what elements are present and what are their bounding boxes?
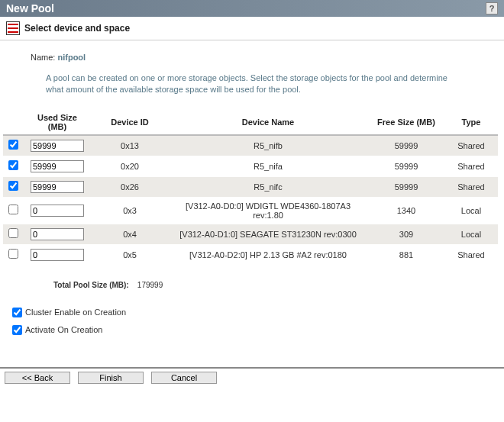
step-description: A pool can be created on one or more sto… bbox=[46, 72, 458, 96]
col-device-name: Device Name bbox=[168, 110, 368, 135]
row-select-checkbox[interactable] bbox=[8, 205, 18, 214]
activate-label[interactable]: Activate On Creation bbox=[25, 325, 103, 334]
device-name-cell: [V312-A0-D1:0] SEAGATE ST31230N rev:0300 bbox=[168, 224, 368, 244]
cluster-enable-label[interactable]: Cluster Enable on Creation bbox=[25, 308, 126, 317]
used-size-input[interactable] bbox=[31, 140, 84, 152]
free-size-cell: 1340 bbox=[368, 197, 444, 224]
table-row: 0x4[V312-A0-D1:0] SEAGATE ST31230N rev:0… bbox=[3, 224, 498, 244]
dialog-title: New Pool bbox=[6, 2, 54, 14]
free-size-cell: 59999 bbox=[368, 176, 444, 197]
device-name-cell: [V312-A0-D2:0] HP 2.13 GB #A2 rev:0180 bbox=[168, 244, 368, 265]
free-size-cell: 881 bbox=[368, 244, 444, 265]
back-button[interactable]: << Back bbox=[5, 372, 70, 384]
devices-table: Used Size (MB) Device ID Device Name Fre… bbox=[3, 110, 498, 266]
activate-checkbox[interactable] bbox=[12, 325, 22, 335]
pool-name-row: Name: nifpool bbox=[31, 53, 498, 62]
table-row: 0x13R5_nifb59999Shared bbox=[3, 135, 498, 156]
table-row: 0x3[V312-A0-D0:0] WDIGTL WDE4360-1807A3 … bbox=[3, 197, 498, 224]
total-pool-size: Total Pool Size (MB): 179999 bbox=[53, 281, 498, 289]
dialog-header: New Pool ? bbox=[0, 0, 504, 17]
free-size-cell: 309 bbox=[368, 224, 444, 244]
free-size-cell: 59999 bbox=[368, 156, 444, 176]
used-size-input[interactable] bbox=[31, 249, 84, 261]
free-size-cell: 59999 bbox=[368, 135, 444, 156]
table-row: 0x5[V312-A0-D2:0] HP 2.13 GB #A2 rev:018… bbox=[3, 244, 498, 265]
row-select-checkbox[interactable] bbox=[8, 140, 18, 150]
device-id-cell: 0x26 bbox=[92, 176, 168, 197]
device-id-cell: 0x4 bbox=[92, 224, 168, 244]
table-row: 0x26R5_nifc59999Shared bbox=[3, 176, 498, 197]
cluster-enable-checkbox[interactable] bbox=[12, 308, 22, 317]
used-size-input[interactable] bbox=[31, 205, 84, 217]
col-check bbox=[3, 110, 23, 135]
list-icon bbox=[6, 21, 20, 35]
row-select-checkbox[interactable] bbox=[8, 160, 18, 170]
cancel-button[interactable]: Cancel bbox=[151, 372, 217, 384]
device-name-cell: R5_nifc bbox=[168, 176, 368, 197]
type-cell: Shared bbox=[444, 176, 498, 197]
device-id-cell: 0x13 bbox=[92, 135, 168, 156]
device-name-cell: R5_nifb bbox=[168, 135, 368, 156]
type-cell: Shared bbox=[444, 156, 498, 176]
device-id-cell: 0x3 bbox=[92, 197, 168, 224]
step-subtitle-row: Select device and space bbox=[0, 17, 504, 40]
device-id-cell: 0x5 bbox=[92, 244, 168, 265]
used-size-input[interactable] bbox=[31, 181, 84, 193]
col-device-id: Device ID bbox=[92, 110, 168, 135]
step-subtitle: Select device and space bbox=[24, 23, 130, 34]
pool-name-label: Name: bbox=[31, 53, 55, 62]
row-select-checkbox[interactable] bbox=[8, 249, 18, 259]
col-used: Used Size (MB) bbox=[23, 110, 92, 135]
wizard-footer: << Back Finish Cancel bbox=[0, 367, 504, 387]
row-select-checkbox[interactable] bbox=[8, 228, 18, 238]
finish-button[interactable]: Finish bbox=[78, 372, 144, 384]
col-type: Type bbox=[444, 110, 498, 135]
type-cell: Local bbox=[444, 224, 498, 244]
type-cell: Local bbox=[444, 197, 498, 224]
device-id-cell: 0x20 bbox=[92, 156, 168, 176]
device-name-cell: [V312-A0-D0:0] WDIGTL WDE4360-1807A3 rev… bbox=[168, 197, 368, 224]
col-free: Free Size (MB) bbox=[368, 110, 444, 135]
device-name-cell: R5_nifa bbox=[168, 156, 368, 176]
option-cluster-enable: Cluster Enable on Creation bbox=[12, 308, 498, 317]
type-cell: Shared bbox=[444, 135, 498, 156]
total-value: 179999 bbox=[137, 281, 163, 289]
type-cell: Shared bbox=[444, 244, 498, 265]
row-select-checkbox[interactable] bbox=[8, 181, 18, 191]
used-size-input[interactable] bbox=[31, 160, 84, 172]
help-icon[interactable]: ? bbox=[486, 2, 498, 14]
total-label: Total Pool Size (MB): bbox=[53, 281, 129, 289]
option-activate: Activate On Creation bbox=[12, 325, 498, 335]
pool-name-value: nifpool bbox=[57, 53, 86, 62]
table-row: 0x20R5_nifa59999Shared bbox=[3, 156, 498, 176]
used-size-input[interactable] bbox=[31, 228, 84, 240]
